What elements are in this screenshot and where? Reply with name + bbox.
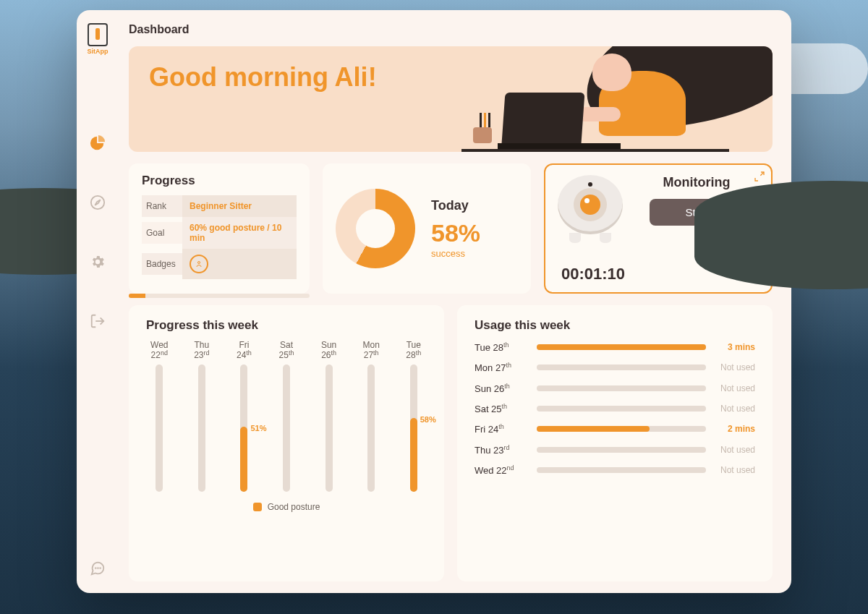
usage-row-value: Not used <box>715 465 755 475</box>
weekly-progress-chart: Wed22ndThu23rdFri24th51%Sat25thSun26thMo… <box>146 340 427 492</box>
rank-label: Rank <box>142 195 182 217</box>
legend-swatch <box>253 503 262 511</box>
bar-value-label: 51% <box>250 424 266 432</box>
nav-logout[interactable] <box>89 312 106 330</box>
main-content: Dashboard Good morning Ali! Progress Ran… <box>119 10 791 593</box>
usage-row-value: 2 mins <box>715 424 755 434</box>
nav-explore[interactable] <box>89 194 106 211</box>
usage-row: Wed 22ndNot used <box>475 464 755 476</box>
usage-row-value: Not used <box>715 362 755 372</box>
usage-row: Mon 27thNot used <box>475 362 755 373</box>
sidebar: SitApp <box>77 10 119 593</box>
usage-row-label: Thu 23rd <box>475 444 528 456</box>
rank-value: Beginner Sitter <box>182 195 297 217</box>
today-percent: 58% <box>431 221 480 245</box>
usage-row-track <box>537 344 706 350</box>
bar-column: Sat25th <box>273 340 300 492</box>
usage-row-value: Not used <box>715 383 755 393</box>
bar-column: Thu23rd <box>189 340 216 492</box>
today-title: Today <box>431 198 469 213</box>
usage-row-label: Fri 24th <box>475 423 528 435</box>
bar-header: Wed22nd <box>150 340 168 360</box>
usage-row-value: Not used <box>715 404 755 414</box>
bar-track <box>326 364 333 492</box>
goal-value: 60% good posture / 10 min <box>182 217 297 249</box>
today-card: Today 58% success <box>323 163 531 294</box>
bar-header: Sat25th <box>279 340 294 360</box>
usage-row-track <box>537 426 706 432</box>
usage-row-track <box>537 385 706 391</box>
compass-icon <box>90 195 106 210</box>
usage-row-track <box>537 364 706 370</box>
camera-illustration <box>557 175 624 251</box>
usage-card: Usage this week Tue 28th3 minsMon 27thNo… <box>457 305 773 581</box>
bar-header: Fri24th <box>237 340 252 360</box>
usage-chart: Tue 28th3 minsMon 27thNot usedSun 26thNo… <box>475 341 755 476</box>
page-title: Dashboard <box>129 23 773 36</box>
usage-row-label: Wed 22nd <box>475 464 528 476</box>
usage-row-label: Tue 28th <box>475 341 528 353</box>
app-window: SitApp Dashboard Good morning Ali! <box>77 10 791 593</box>
logo-icon <box>88 23 108 46</box>
nav-settings[interactable] <box>89 253 106 270</box>
bar-header: Mon27th <box>363 340 380 360</box>
gear-icon <box>90 254 106 270</box>
monitoring-title: Monitoring <box>663 175 731 190</box>
usage-row-fill <box>537 426 650 432</box>
pie-chart-icon <box>90 135 106 151</box>
bar-header: Sun26th <box>321 340 336 360</box>
stop-button[interactable]: Stop <box>650 199 744 226</box>
badges-label: Badges <box>142 253 182 275</box>
goal-label: Goal <box>142 222 182 244</box>
usage-row-label: Sat 25th <box>475 403 528 414</box>
usage-row-track <box>537 447 706 453</box>
bar-header: Thu23rd <box>194 340 209 360</box>
svg-point-5 <box>100 568 101 568</box>
legend-label: Good posture <box>268 502 320 512</box>
logout-icon <box>90 313 106 329</box>
bar-track: 51% <box>240 364 247 492</box>
app-logo[interactable]: SitApp <box>88 23 109 55</box>
bar-fill <box>240 427 247 492</box>
progress-title: Progress <box>142 174 297 188</box>
svg-point-4 <box>98 568 98 568</box>
usage-row-track <box>537 406 706 412</box>
nav-chat[interactable] <box>89 560 106 577</box>
bar-column: Sun26th <box>315 340 342 492</box>
today-subtitle: success <box>431 248 465 259</box>
usage-row: Sat 25thNot used <box>475 403 755 414</box>
badge-icon <box>190 255 208 273</box>
monitoring-card: Monitoring Stop 00:01:10 <box>544 163 773 294</box>
usage-title: Usage this week <box>475 318 755 333</box>
usage-row-track <box>537 467 706 473</box>
greeting-banner: Good morning Ali! <box>129 46 773 152</box>
bar-track: 58% <box>410 364 417 492</box>
bar-column: Wed22nd <box>146 340 173 492</box>
usage-row: Sun 26thNot used <box>475 383 755 394</box>
svg-point-3 <box>95 568 96 568</box>
usage-row-label: Mon 27th <box>475 362 528 373</box>
bar-header: Tue28th <box>406 340 421 360</box>
logo-label: SitApp <box>88 48 109 55</box>
bar-fill <box>410 418 417 492</box>
monitoring-timer: 00:01:10 <box>561 265 625 283</box>
expand-button[interactable] <box>754 171 765 182</box>
bar-column: Fri24th51% <box>231 340 258 492</box>
usage-row: Tue 28th3 mins <box>475 341 755 353</box>
progress-bar <box>129 294 310 298</box>
usage-row-label: Sun 26th <box>475 383 528 394</box>
bar-value-label: 58% <box>420 415 436 424</box>
usage-row-value: 3 mins <box>715 342 755 352</box>
progress-card: Progress RankBeginner Sitter Goal60% goo… <box>129 163 310 294</box>
usage-row-fill <box>537 344 706 350</box>
hero-illustration <box>469 46 773 152</box>
chat-icon <box>90 560 106 576</box>
bar-column: Tue28th58% <box>400 340 427 492</box>
weekly-progress-card: Progress this week Wed22ndThu23rdFri24th… <box>129 305 444 581</box>
bar-column: Mon27th <box>358 340 385 492</box>
nav-dashboard[interactable] <box>89 135 106 152</box>
svg-marker-1 <box>95 200 100 205</box>
bar-track <box>156 364 163 492</box>
weekly-progress-title: Progress this week <box>146 318 427 333</box>
svg-point-6 <box>198 262 200 264</box>
